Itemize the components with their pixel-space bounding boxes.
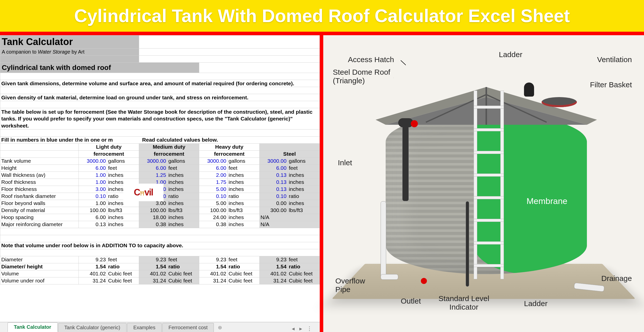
cell-value[interactable]: 9.23 <box>199 256 227 263</box>
tab-examples[interactable]: Examples <box>127 323 162 332</box>
cell-unit: feet <box>107 256 139 263</box>
cell-unit: feet <box>288 164 319 172</box>
tab-tank-calculator-generic[interactable]: Tank Calculator (generic) <box>58 323 127 332</box>
cell-value[interactable]: 31.24 <box>199 277 227 284</box>
row-label: Major reinforcing diameter <box>0 221 79 228</box>
cell-unit: inches <box>167 172 199 179</box>
table-row: Height6.00feet6.00feet6.00feet6.00feet <box>0 164 320 172</box>
cell-value[interactable]: 0.13 <box>259 172 288 179</box>
cell-value[interactable]: 1.54 <box>139 263 167 270</box>
row-label: Roof rise/tank diameter <box>0 193 79 200</box>
cell-value[interactable]: 3000.00 <box>79 157 107 164</box>
cell-value[interactable]: 6.00 <box>199 164 227 172</box>
cell-value[interactable]: 31.24 <box>139 277 167 284</box>
ladder <box>474 91 504 279</box>
cell-value[interactable]: 6.00 <box>139 164 167 172</box>
cell-unit: inches <box>227 221 259 228</box>
cell-unit: gallons <box>227 157 259 164</box>
cell-value[interactable]: 0.10 <box>79 193 107 200</box>
cell-value[interactable]: 9.23 <box>79 256 107 263</box>
cell-value[interactable]: 18.00 <box>139 214 167 221</box>
cell-value[interactable]: 1.00 <box>79 172 107 179</box>
cell-value[interactable]: 3000.00 <box>259 157 288 164</box>
cell-value[interactable]: 0.13 <box>259 179 288 186</box>
label-steel-dome: Steel Dome Roof (Triangle) <box>333 68 390 85</box>
label-inlet: Inlet <box>338 158 352 167</box>
cell-value[interactable]: 31.24 <box>259 277 288 284</box>
cell-value[interactable]: 0.10 <box>259 193 288 200</box>
cell-value[interactable]: 2.00 <box>199 172 227 179</box>
label-ladder-bottom: Ladder <box>524 299 547 308</box>
tab-ferrocement-cost[interactable]: Ferrocement cost <box>162 323 214 332</box>
row-label: Hoop spacing <box>0 214 79 221</box>
cell-value[interactable]: 1.00 <box>79 179 107 186</box>
cell-unit: ratio <box>288 193 319 200</box>
cell-value[interactable]: 0.00 <box>259 200 288 207</box>
content: Tank Calculator A companion to Water Sto… <box>0 32 644 332</box>
spreadsheet-grid[interactable]: Tank Calculator A companion to Water Sto… <box>0 35 320 284</box>
cell-value[interactable]: 31.24 <box>79 277 107 284</box>
cell-value[interactable]: 3.00 <box>79 186 107 193</box>
cell-value[interactable]: 24.00 <box>199 214 227 221</box>
ventilation <box>524 82 534 97</box>
banner: Cylindrical Tank With Domed Roof Calcula… <box>0 0 644 32</box>
tab-nav[interactable]: ◂ ▸ ⋮ <box>284 325 320 332</box>
cell-value[interactable]: 1.54 <box>79 263 107 270</box>
cell-value[interactable]: 100.00 <box>79 207 107 214</box>
cell-value[interactable]: 9.23 <box>259 256 288 263</box>
row-label: Density of material <box>0 207 79 214</box>
cell-value[interactable]: 100.00 <box>139 207 167 214</box>
cell-value[interactable]: 0.10 <box>199 193 227 200</box>
cell-value[interactable]: 401.02 <box>139 270 167 277</box>
row-label: Diameter/ height <box>0 263 79 270</box>
row-label: Floor thickness <box>0 186 79 193</box>
overflow-elbow <box>381 274 398 280</box>
label-outlet: Outlet <box>401 297 421 305</box>
cell-unit: gallons <box>107 157 139 164</box>
spreadsheet: Tank Calculator A companion to Water Sto… <box>0 35 320 284</box>
cell-unit: feet <box>167 256 199 263</box>
tab-add-button[interactable]: ⊕ <box>214 323 226 332</box>
cell-value[interactable]: 0.13 <box>259 186 288 193</box>
cell-unit: ratio <box>227 263 259 270</box>
tab-tank-calculator[interactable]: Tank Calculator <box>8 322 58 332</box>
cell-unit: inches <box>107 214 139 221</box>
cell-value[interactable]: 1.54 <box>199 263 227 270</box>
label-filter-basket: Filter Basket <box>590 80 632 89</box>
cell-value[interactable]: 1.75 <box>199 179 227 186</box>
cell-value[interactable]: 0.13 <box>79 221 107 228</box>
cell-unit: feet <box>227 164 259 172</box>
cell-unit: inches <box>167 221 199 228</box>
cell-value[interactable]: 3000.00 <box>199 157 227 164</box>
table-row: Diameter/ height1.54ratio1.54ratio1.54ra… <box>0 263 320 270</box>
cell-value[interactable]: 5.00 <box>199 186 227 193</box>
cell-value[interactable]: 0.38 <box>139 221 167 228</box>
cell-unit: inches <box>288 179 319 186</box>
cell-value[interactable]: 6.00 <box>79 164 107 172</box>
cell-value[interactable]: 5.00 <box>199 200 227 207</box>
table-row: Diameter9.23feet9.23feet9.23feet9.23feet <box>0 256 320 263</box>
cell-value[interactable]: 9.23 <box>139 256 167 263</box>
cell-unit: Cubic feet <box>107 270 139 277</box>
standard-level-indicator <box>466 201 469 287</box>
cell-value[interactable]: 401.02 <box>259 270 288 277</box>
label-sli: Standard Level Indicator <box>438 294 489 311</box>
cell-value[interactable]: 1.54 <box>259 263 288 270</box>
cell-value[interactable]: 100.00 <box>199 207 227 214</box>
cell-value[interactable]: 300.00 <box>259 207 288 214</box>
label-overflow: Overflow Pipe <box>335 277 365 294</box>
cell-unit: gallons <box>167 157 199 164</box>
cell-unit: Cubic feet <box>167 270 199 277</box>
cell-value[interactable]: 6.00 <box>259 164 288 172</box>
cell-unit: gallons <box>288 157 319 164</box>
cell-value[interactable]: 3000.00 <box>139 157 167 164</box>
table-row: Major reinforcing diameter0.13inches0.38… <box>0 221 320 228</box>
table-row: Volume401.02Cubic feet401.02Cubic feet40… <box>0 270 320 277</box>
cell-value[interactable]: 0.38 <box>199 221 227 228</box>
cell-value[interactable]: 1.25 <box>139 172 167 179</box>
cell-unit: inches <box>227 214 259 221</box>
cell-value[interactable]: 401.02 <box>79 270 107 277</box>
cell-value[interactable]: 6.00 <box>79 214 107 221</box>
cell-value[interactable]: 1.00 <box>79 200 107 207</box>
cell-value[interactable]: 401.02 <box>199 270 227 277</box>
